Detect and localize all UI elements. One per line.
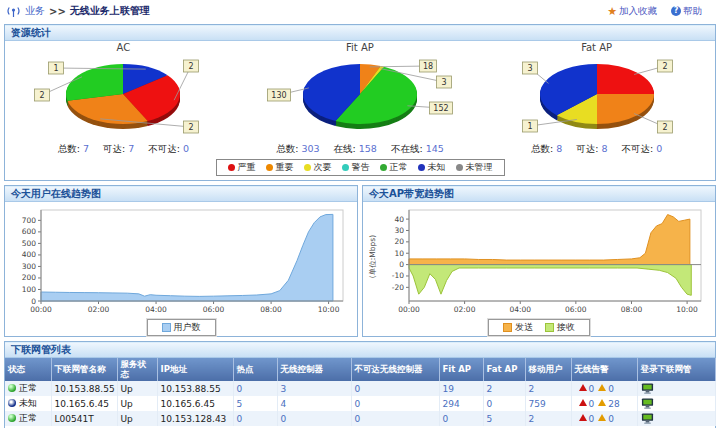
downstream-nms-header: 下联网管列表 [5,342,715,358]
service-status: Up [117,396,157,411]
critical-alarm-icon [579,399,587,406]
severity-legend-item: 次要 [304,161,332,174]
fat-ap-count[interactable]: 0 [483,396,525,411]
user-trend-panel: 今天用户在线趋势图 010020030040050060070000:0002:… [4,185,358,337]
alarm-cell[interactable]: 028 [571,396,637,411]
pie-stat: 在线: 158 [334,143,377,154]
svg-text:10:00: 10:00 [318,305,340,314]
column-header[interactable]: Fit AP [439,358,483,381]
unreachable-controller-count[interactable]: 0 [351,411,439,426]
mobile-user-count[interactable]: 759 [525,396,571,411]
svg-text:18: 18 [423,62,433,71]
severity-legend: 严重重要次要警告正常未知未管理 [5,159,715,176]
ac-pie-stats: 总数: 7可达: 7不可达: 0 [5,143,242,156]
wireless-controller-count[interactable]: 3 [277,381,351,396]
wireless-icon [6,5,21,18]
svg-text:20: 20 [394,237,404,246]
svg-text:40: 40 [394,215,404,224]
login-icon[interactable] [641,397,654,410]
fit-ap-count[interactable]: 19 [439,381,483,396]
user-trend-header: 今天用户在线趋势图 [5,186,357,202]
svg-text:2: 2 [189,123,194,132]
svg-text:1: 1 [54,64,59,73]
fat-ap-count[interactable]: 2 [483,381,525,396]
table-row[interactable]: 正常L00541TUp10.153.128.4300005200 [5,411,715,426]
ip-address: 10.153.88.55 [157,381,233,396]
column-header[interactable]: 下联网管名称 [51,358,117,381]
severity-legend-item: 警告 [342,161,370,174]
login-action[interactable] [637,381,715,396]
ap-bandwidth-legend: 发送接收 [363,319,715,336]
fat-ap-count[interactable]: 5 [483,411,525,426]
svg-text:(单位:Mbps): (单位:Mbps) [368,235,377,278]
severity-dot-icon [342,164,349,171]
service-status: Up [117,381,157,396]
svg-text:2: 2 [189,62,194,71]
column-header[interactable]: 无线控制器 [277,358,351,381]
status-cell: 正常 [5,411,51,426]
svg-text:400: 400 [22,250,37,259]
severity-dot-icon [228,164,235,171]
downstream-nms-panel: 下联网管列表 状态下联网管名称服务状态IP地址热点无线控制器不可达无线控制器Fi… [4,341,716,428]
svg-text:700: 700 [22,216,37,225]
column-header[interactable]: 热点 [233,358,277,381]
svg-text:3: 3 [527,64,532,73]
add-favorite-link[interactable]: ★加入收藏 [607,5,657,18]
column-header[interactable]: IP地址 [157,358,233,381]
user-trend-legend: 用户数 [5,319,357,336]
pie-stat: 可达: 7 [103,143,134,154]
fit-ap-count[interactable]: 294 [439,396,483,411]
unreachable-controller-count[interactable]: 0 [351,396,439,411]
severity-legend-item: 未知 [418,161,446,174]
wireless-controller-count[interactable]: 4 [277,396,351,411]
column-header[interactable]: 登录下联网管 [637,358,715,381]
mobile-user-count[interactable]: 2 [525,381,571,396]
svg-text:130: 130 [271,91,286,100]
chart-legend-item: 发送 [503,321,533,334]
critical-alarm-icon [579,384,587,391]
pie-title-fat-ap: Fat AP [478,42,715,54]
table-row[interactable]: 正常10.153.88.55Up10.153.88.55030192200 [5,381,715,396]
fit-ap-count[interactable]: 0 [439,411,483,426]
column-header[interactable]: 无线告警 [571,358,637,381]
help-link[interactable]: ?帮助 [671,5,702,18]
unreachable-controller-count[interactable]: 0 [351,381,439,396]
column-header[interactable]: Fat AP [483,358,525,381]
login-icon[interactable] [641,412,654,425]
ac-pie-chart: 1222 [21,54,225,142]
breadcrumb-section-link[interactable]: 业务 [25,4,45,18]
table-row[interactable]: 未知10.165.6.45Up10.165.6.455402940759028 [5,396,715,411]
chart-legend-item: 接收 [545,321,575,334]
svg-text:2: 2 [40,91,45,100]
fat-ap-pie-chart: 2213 [495,54,699,142]
pie-stat: 不在线: 145 [391,143,444,154]
alarm-cell[interactable]: 00 [571,411,637,426]
hotspot-count[interactable]: 0 [233,381,277,396]
svg-text:600: 600 [22,227,37,236]
pie-stat: 总数: 8 [531,143,562,154]
column-header[interactable]: 服务状态 [117,358,157,381]
hotspot-count[interactable]: 5 [233,396,277,411]
downstream-nms-table: 状态下联网管名称服务状态IP地址热点无线控制器不可达无线控制器Fit APFat… [5,358,716,426]
chart-legend-item: 用户数 [162,321,201,334]
wireless-uplink-management-page: 业务 >> 无线业务上联管理 ★加入收藏 ?帮助 资源统计 AC 1222 总数… [0,0,720,428]
column-header[interactable]: 状态 [5,358,51,381]
column-header[interactable]: 不可达无线控制器 [351,358,439,381]
device-name: 10.165.6.45 [51,396,117,411]
login-action[interactable] [637,411,715,426]
svg-text:30: 30 [394,226,404,235]
login-icon[interactable] [641,382,654,395]
column-header[interactable]: 移动用户 [525,358,571,381]
svg-text:2: 2 [662,123,667,132]
svg-text:04:00: 04:00 [509,305,531,314]
status-icon [8,384,16,392]
wireless-controller-count[interactable]: 0 [277,411,351,426]
hotspot-count[interactable]: 0 [233,411,277,426]
svg-text:-10: -10 [392,271,404,280]
login-action[interactable] [637,396,715,411]
alarm-cell[interactable]: 00 [571,381,637,396]
svg-text:02:00: 02:00 [88,305,110,314]
pie-stat: 总数: 303 [276,143,319,154]
mobile-user-count[interactable]: 2 [525,411,571,426]
legend-swatch-icon [503,323,512,332]
